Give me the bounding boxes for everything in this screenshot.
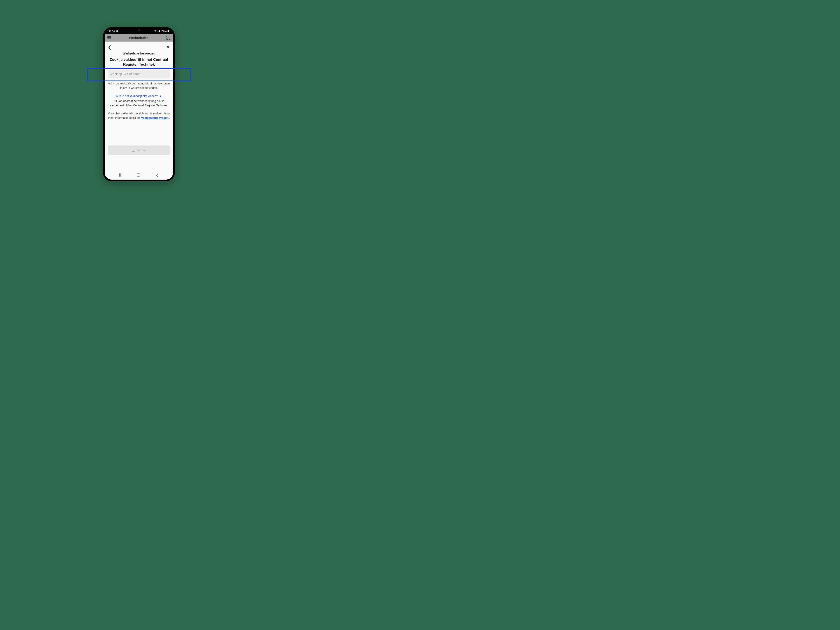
faq-link[interactable]: Veelgestelde vragen <box>141 116 169 120</box>
svg-rect-5 <box>159 31 159 32</box>
modal-heading: Zoek je vakbedrijf in het Centraal Regis… <box>108 57 170 67</box>
qr-icon[interactable] <box>166 36 171 39</box>
info-text2-post: '. <box>169 116 170 120</box>
info-text2: Vraag het vakbedrijf om zich aan te meld… <box>108 111 170 120</box>
svg-point-2 <box>155 32 156 32</box>
status-left: 11:34 <box>109 30 118 33</box>
battery-text: 100% <box>161 30 167 33</box>
header-title: Werkrelaties <box>129 36 148 39</box>
power-button <box>175 90 175 106</box>
chevron-up-icon: ▲ <box>159 95 162 98</box>
wifi-icon <box>154 30 156 32</box>
battery-icon <box>167 30 169 33</box>
volume-button <box>175 66 175 77</box>
svg-rect-4 <box>158 31 158 32</box>
modal-top: ❮ ✕ <box>108 45 170 50</box>
modal-title: Werkrelatie toevoegen <box>108 52 170 55</box>
modal-content: ❮ ✕ Werkrelatie toevoegen Zoek je vakbed… <box>105 41 173 171</box>
svg-rect-3 <box>157 32 158 32</box>
status-right: 100% <box>154 30 169 33</box>
phone-frame: 11:34 100% Werkrelaties ❮ ✕ <box>103 27 175 182</box>
phone-screen: 11:34 100% Werkrelaties ❮ ✕ <box>105 29 173 180</box>
nav-back-button[interactable]: ❮ <box>156 173 159 177</box>
submit-label: Verder <box>137 148 146 152</box>
signal-icon <box>157 30 160 32</box>
status-time: 11:34 <box>109 30 115 33</box>
svg-rect-6 <box>159 30 160 32</box>
close-button[interactable]: ✕ <box>166 45 170 50</box>
collapse-label: Kun je het vakbedrijf niet vinden? <box>116 94 158 98</box>
svg-rect-8 <box>168 30 169 31</box>
collapse-body: Dit kan doordat het vakbedrijf nog niet … <box>108 99 170 107</box>
svg-point-1 <box>116 31 117 31</box>
image-icon <box>116 30 118 32</box>
search-input[interactable] <box>108 69 170 78</box>
svg-rect-7 <box>167 30 169 32</box>
app-header: Werkrelaties <box>105 34 173 41</box>
submit-button[interactable]: Verder <box>108 145 170 155</box>
back-button[interactable]: ❮ <box>108 45 112 50</box>
camera-notch <box>138 29 140 32</box>
menu-icon[interactable] <box>107 36 111 39</box>
info-text: Vul in de zoekbalk de naam, kvk of hande… <box>108 81 170 90</box>
nav-bar: ❮ <box>105 171 173 180</box>
nav-recent-button[interactable] <box>119 174 122 177</box>
mail-icon <box>132 149 135 152</box>
collapse-toggle[interactable]: Kun je het vakbedrijf niet vinden? ▲ <box>108 94 170 98</box>
nav-home-button[interactable] <box>137 174 140 177</box>
